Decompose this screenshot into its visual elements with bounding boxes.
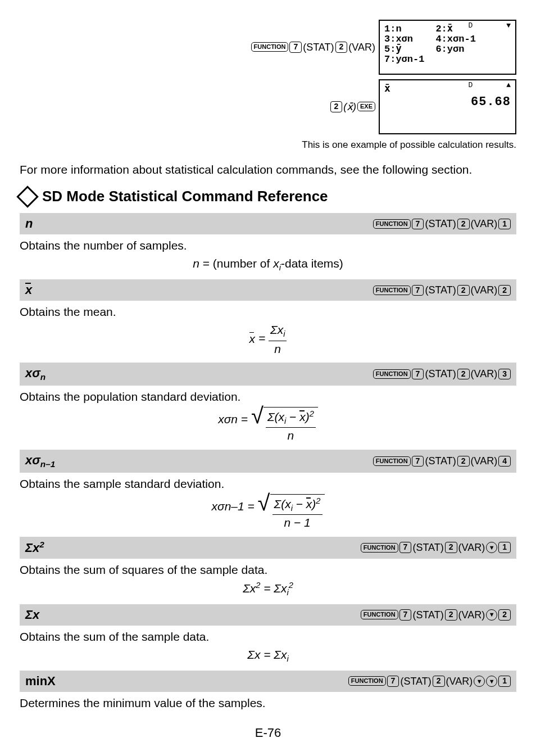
example-caption: This is one example of possible calculat… [20,139,516,152]
command-description: Obtains the number of samples. [20,238,516,253]
label-var: (VAR) [458,608,485,622]
example-row-1: FUNCTION 7 (STAT) 2 (VAR) D ▼ 1:n 3:xσn … [20,20,516,75]
key-7: 7 [412,285,424,296]
key-2: 2 [445,609,457,620]
lcd-d-icon: D [468,22,473,30]
down-arrow-key: ▼ [486,676,497,687]
label-var: (VAR) [348,40,375,54]
command-header: Σx FUNCTION 7 (STAT) 2 (VAR) ▼ 2 [20,604,516,626]
command-description: Obtains the sum of the sample data. [20,629,516,645]
function-key: FUNCTION [251,42,289,52]
down-arrow-key: ▼ [486,542,497,553]
command-header: xσn FUNCTION 7 (STAT) 2 (VAR) 3 [20,363,516,386]
key-final: 1 [498,676,511,686]
key-7: 7 [289,42,302,52]
label-xbar: (x̄) [343,100,356,114]
label-stat: (STAT) [425,283,456,297]
key-final: 3 [498,369,511,379]
keystroke-sequence: FUNCTION 7 (STAT) 2 (VAR) 2 [373,283,511,297]
key-final: 4 [498,456,511,467]
example-row-2: 2 (x̄) EXE D ▲ x̄ 65.68 [20,79,516,134]
key-7: 7 [399,542,412,553]
label-stat: (STAT) [425,217,456,230]
intro-text: For more information about statistical c… [20,162,516,178]
key-7: 7 [399,609,412,620]
command-header: minX FUNCTION 7 (STAT) 2 (VAR) ▼▼ 1 [20,671,516,692]
label-stat: (STAT) [303,40,334,54]
function-key: FUNCTION [348,676,386,686]
label-var: (VAR) [446,674,473,688]
function-key: FUNCTION [373,286,411,295]
keystroke-sequence: FUNCTION 7 (STAT) 2 (VAR) 1 [373,217,511,230]
label-stat: (STAT) [400,674,431,688]
label-stat: (STAT) [412,541,443,554]
lcd-right-col: 2:x̄ 4:xσn-1 6:yσn [435,24,475,64]
command-header: x FUNCTION 7 (STAT) 2 (VAR) 2 [20,279,516,301]
page-number: E-76 [20,725,516,741]
key-7: 7 [412,456,424,467]
key-2: 2 [457,456,470,467]
keystroke-sequence: 2 (x̄) EXE [330,100,375,114]
key-2: 2 [457,369,470,379]
key-final: 2 [498,285,511,296]
key-7: 7 [412,369,424,379]
function-key: FUNCTION [361,543,398,553]
command-name: Σx2 [25,539,44,556]
command-description: Obtains the population standard deviatio… [20,389,516,405]
up-arrow-icon: ▲ [506,82,511,89]
key-2: 2 [457,219,470,229]
command-name: xσn–1 [25,452,55,470]
keystroke-sequence: FUNCTION 7 (STAT) 2 (VAR) 3 [373,367,511,381]
label-stat: (STAT) [412,608,443,622]
command-header: n FUNCTION 7 (STAT) 2 (VAR) 1 [20,213,516,234]
key-7: 7 [387,676,399,686]
command-header: xσn–1 FUNCTION 7 (STAT) 2 (VAR) 4 [20,450,516,473]
function-key: FUNCTION [373,369,411,379]
key-2: 2 [445,542,457,553]
label-var: (VAR) [471,367,498,381]
key-2: 2 [457,285,470,296]
command-description: Obtains the sample standard deviation. [20,476,516,492]
keystroke-sequence: FUNCTION 7 (STAT) 2 (VAR) ▼▼ 1 [348,674,511,688]
command-name: xσn [25,365,46,383]
section-title: SD Mode Statistical Command Reference [42,187,328,206]
command-name: n [25,215,33,232]
key-2: 2 [433,676,445,686]
label-var: (VAR) [471,283,498,297]
key-final: 1 [498,219,511,229]
key-2: 2 [330,101,343,112]
exe-key: EXE [357,102,375,111]
function-key: FUNCTION [373,456,411,466]
command-description: Obtains the mean. [20,304,516,320]
label-var: (VAR) [471,454,498,468]
lcd-screen-1: D ▼ 1:n 3:xσn 5:ȳ 7:yσn-1 2:x̄ 4:xσn-1 6… [379,20,516,75]
keystroke-sequence: FUNCTION 7 (STAT) 2 (VAR) 4 [373,454,511,468]
function-key: FUNCTION [361,610,398,619]
command-name: x [25,282,32,298]
key-2: 2 [335,42,348,52]
command-description: Obtains the sum of squares of the sample… [20,562,516,578]
lcd-screen-2: D ▲ x̄ 65.68 [379,79,516,134]
keystroke-sequence: FUNCTION 7 (STAT) 2 (VAR) [251,40,375,54]
label-stat: (STAT) [425,454,456,468]
lcd-d-icon: D [468,82,473,89]
command-name: Σx [25,606,39,623]
key-final: 1 [498,542,511,553]
command-name: minX [25,673,56,690]
lcd-left-col: 1:n 3:xσn 5:ȳ 7:yσn-1 [384,24,424,64]
key-final: 2 [498,609,511,620]
down-arrow-icon: ▼ [506,22,511,30]
lcd-result: 65.68 [384,96,511,108]
command-header: Σx2 FUNCTION 7 (STAT) 2 (VAR) ▼ 1 [20,537,516,559]
keystroke-sequence: FUNCTION 7 (STAT) 2 (VAR) ▼ 1 [361,541,511,554]
label-var: (VAR) [458,541,485,554]
down-arrow-key: ▼ [486,609,497,621]
keystroke-sequence: FUNCTION 7 (STAT) 2 (VAR) ▼ 2 [361,608,511,622]
key-7: 7 [412,219,424,229]
section-heading: SD Mode Statistical Command Reference [20,187,516,206]
label-stat: (STAT) [425,367,456,381]
down-arrow-key: ▼ [474,676,485,687]
command-description: Determines the minimum value of the samp… [20,695,516,711]
function-key: FUNCTION [373,219,411,229]
label-var: (VAR) [471,217,498,230]
